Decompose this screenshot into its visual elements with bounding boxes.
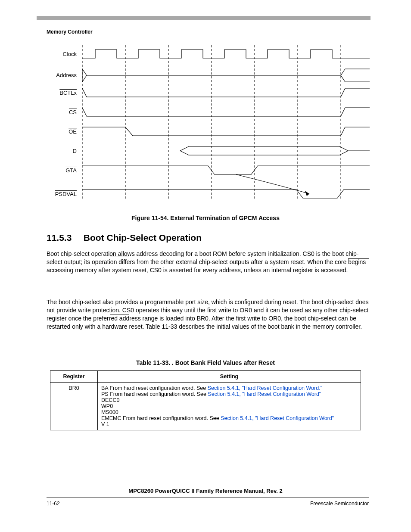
col-header-setting: Setting: [98, 371, 361, 383]
section-number: 11.5.3: [47, 233, 81, 243]
footer-company: Freescale Semiconductor: [310, 501, 369, 507]
xref-link[interactable]: Section 5.4.1, "Hard Reset Configuration…: [208, 391, 321, 397]
section-heading: 11.5.3 Boot Chip-Select Operation: [47, 233, 202, 243]
body-paragraph-1: Boot chip-select operation allows addres…: [47, 250, 369, 274]
top-gray-bar: [37, 16, 371, 20]
body-paragraph-2: The boot chip-select also provides a pro…: [47, 298, 369, 331]
table-row: BR0 BA From hard reset configuration wor…: [50, 383, 361, 430]
cell-register: BR0: [50, 383, 98, 430]
page-number: 11-62: [47, 501, 60, 507]
signal-label-psdval: PSDVAL: [47, 191, 77, 197]
svg-marker-8: [305, 191, 309, 196]
setting-text: V 1: [101, 421, 357, 427]
figure-caption: Figure 11-54. External Termination of GP…: [0, 215, 411, 221]
footer-doc-title: MPC8260 PowerQUICC II Family Reference M…: [0, 488, 411, 494]
setting-text: PS From hard reset configuration word. S…: [101, 391, 208, 397]
setting-text: BA From hard reset configuration word. S…: [101, 385, 208, 391]
signal-label-clock: Clock: [47, 51, 77, 57]
signal-label-address: Address: [47, 72, 77, 78]
cell-setting: BA From hard reset configuration word. S…: [98, 383, 361, 430]
table-caption: Table 11-33. . Boot Bank Field Values af…: [0, 359, 411, 366]
signal-label-cs: CS: [47, 109, 77, 115]
signal-label-d: D: [47, 148, 77, 154]
setting-text: WP0: [101, 403, 357, 409]
signal-label-gta: GTA: [47, 167, 77, 174]
footer-rule: [47, 498, 369, 498]
signal-label-bctlx: BCTLx: [47, 90, 77, 96]
chapter-header: Memory Controller: [47, 29, 93, 35]
setting-text: MS000: [101, 409, 357, 415]
col-header-register: Register: [50, 371, 98, 383]
section-title: Boot Chip-Select Operation: [84, 233, 202, 243]
setting-text: DECC0: [101, 397, 357, 403]
xref-link[interactable]: Section 5.4.1, "Hard Reset Configuration…: [208, 385, 322, 391]
boot-bank-table: Register Setting BR0 BA From hard reset …: [50, 370, 361, 430]
signal-label-oe: OE: [47, 128, 77, 135]
timing-diagram: Clock Address BCTLx CS OE D GTA PSDVAL: [47, 45, 371, 202]
xref-link[interactable]: Section 5.4.1, "Hard Reset Configuration…: [221, 415, 334, 421]
setting-text: EMEMC From hard reset configuration word…: [101, 415, 221, 421]
